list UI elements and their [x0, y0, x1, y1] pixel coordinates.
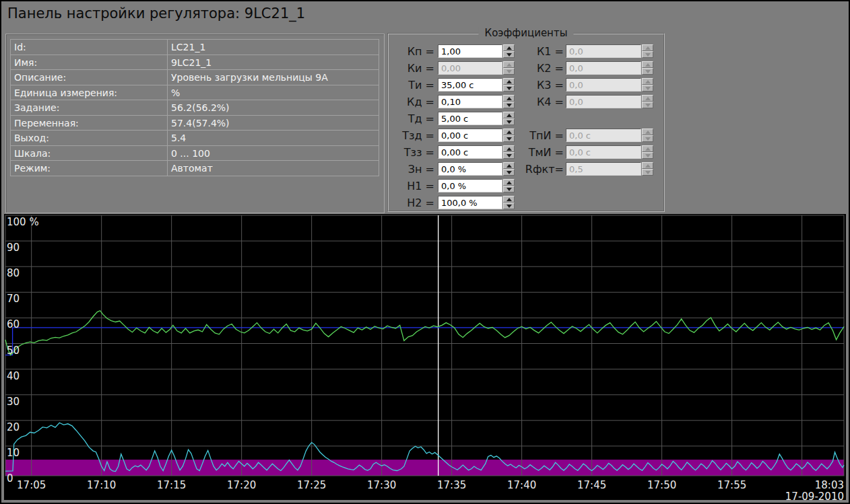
spinner-rfct: [642, 162, 653, 176]
spin-up-button-rfct: [642, 162, 653, 169]
coef-input-tpi: [566, 129, 641, 142]
spin-down-button-tpi: [642, 135, 653, 142]
spin-down-button-k3: [642, 85, 653, 92]
coef-input-h2[interactable]: [438, 196, 502, 209]
coef-row-td: Тд =: [389, 112, 663, 125]
coef-row-tpi: ТпИ =: [389, 129, 663, 142]
y-tick-label: 60: [7, 318, 20, 330]
info-value: 9LC21_1: [168, 55, 379, 71]
arrow-up-icon: [645, 164, 651, 168]
y-tick-label: 100 %: [7, 216, 39, 228]
x-tick-label: 17:20: [218, 479, 265, 491]
info-label: Имя:: [11, 55, 168, 71]
series-process-variable: [5, 311, 844, 355]
spinner-k1: [642, 44, 653, 58]
arrow-down-icon: [645, 70, 651, 73]
coef-row-k3: К3 =: [389, 78, 663, 92]
arrow-down-icon: [645, 137, 651, 141]
coef-input-k4: [566, 95, 641, 108]
arrow-down-icon: [506, 188, 512, 191]
spin-up-button-k4: [642, 95, 653, 102]
coef-input-tmi: [566, 145, 641, 159]
x-tick-label: 17:55: [709, 479, 756, 491]
coef-label-td: Тд =: [389, 112, 434, 125]
info-table: Id:LC21_1Имя:9LC21_1Описание:Уровень заг…: [10, 39, 379, 176]
x-tick-label: 18:03: [797, 479, 844, 491]
info-label: Переменная:: [11, 116, 168, 131]
spin-down-button-tmi: [642, 152, 653, 159]
coef-input-h1[interactable]: [438, 179, 502, 192]
regulator-info-panel: Id:LC21_1Имя:9LC21_1Описание:Уровень заг…: [5, 34, 385, 213]
coef-input-td[interactable]: [438, 112, 502, 125]
spin-up-button-tmi: [642, 145, 653, 152]
spinner-h2: [503, 196, 515, 209]
arrow-up-icon: [506, 198, 512, 201]
arrow-up-icon: [645, 131, 651, 134]
x-tick-label: 17:50: [639, 479, 686, 491]
coef-label-tmi: ТмИ =: [506, 146, 564, 159]
spin-up-button-tpi: [642, 129, 653, 135]
info-label: Единица измерения:: [11, 85, 168, 101]
y-tick-label: 20: [7, 421, 20, 433]
info-value: 0 ... 100: [168, 146, 379, 161]
spin-up-button-k3: [642, 78, 653, 85]
spin-up-button-k2: [642, 61, 653, 68]
coef-label-tpi: ТпИ =: [506, 129, 564, 142]
coef-label-k1: К1 =: [506, 45, 564, 58]
arrow-down-icon: [645, 87, 651, 90]
info-label: Задание:: [11, 100, 168, 116]
spinner-k4: [642, 95, 653, 108]
spin-down-button-td[interactable]: [503, 118, 515, 125]
coef-row-k1: К1 =: [389, 44, 663, 58]
y-tick-label: 70: [7, 293, 20, 305]
spin-down-button-k1: [642, 51, 653, 58]
coef-label-h2: Н2 =: [389, 196, 434, 209]
plot-border: [5, 215, 844, 476]
info-label: Id:: [11, 40, 168, 55]
spin-up-button-h1[interactable]: [503, 179, 515, 186]
trend-plot[interactable]: [4, 214, 849, 501]
coef-input-k1: [566, 44, 641, 58]
arrow-up-icon: [645, 46, 651, 50]
info-value: Уровень загрузки мельницы 9А: [168, 70, 379, 85]
arrow-up-icon: [645, 97, 651, 100]
y-tick-label: 90: [7, 242, 20, 254]
coef-label-k2: К2 =: [506, 62, 564, 75]
y-tick-label: 30: [7, 396, 20, 408]
info-label: Описание:: [11, 70, 168, 85]
spin-up-button-td[interactable]: [503, 112, 515, 118]
info-label: Выход:: [11, 131, 168, 146]
spin-up-button-h2[interactable]: [503, 196, 515, 203]
coef-input-k2: [566, 61, 641, 75]
trend-chart[interactable]: 100 %908070605040302010017:0517:1017:151…: [4, 214, 846, 500]
info-value: %: [168, 85, 379, 101]
spin-up-button-k1: [642, 44, 653, 51]
arrow-down-icon: [645, 104, 651, 107]
x-tick-label: 17:05: [8, 479, 55, 491]
arrow-up-icon: [645, 80, 651, 83]
spin-down-button-h2[interactable]: [503, 203, 515, 209]
spinner-tpi: [642, 129, 653, 142]
spin-down-button-h1[interactable]: [503, 186, 515, 192]
coefficients-groupbox: Коэффициенты Кп =Ки =Ти =Кд =Тд =Тзд =Тз…: [387, 33, 665, 212]
x-tick-label: 17:30: [358, 479, 405, 491]
arrow-down-icon: [645, 53, 651, 57]
date-label: 17-09-2010: [770, 491, 844, 503]
spinner-td: [503, 112, 515, 125]
info-value: 57.4(57.4%): [168, 116, 379, 131]
spin-down-button-k4: [642, 102, 653, 108]
info-value: LC21_1: [168, 40, 379, 55]
y-tick-label: 10: [7, 447, 20, 459]
regulator-settings-window: Панель настройки регулятора: 9LC21_1 Id:…: [1, 1, 849, 503]
coef-label-rfct: Rфкт=: [506, 163, 564, 176]
info-value: Автомат: [168, 161, 379, 176]
arrow-down-icon: [506, 120, 512, 124]
x-tick-label: 17:10: [78, 479, 125, 491]
coef-row-k2: К2 =: [389, 61, 663, 75]
coef-row-tmi: ТмИ =: [389, 145, 663, 159]
info-value: 56.2(56.2%): [168, 100, 379, 116]
window-title: Панель настройки регулятора: 9LC21_1: [7, 5, 305, 22]
coef-label-h1: Н1 =: [389, 180, 434, 192]
spinner-k3: [642, 78, 653, 92]
coef-row-h2: Н2 =: [389, 196, 663, 209]
